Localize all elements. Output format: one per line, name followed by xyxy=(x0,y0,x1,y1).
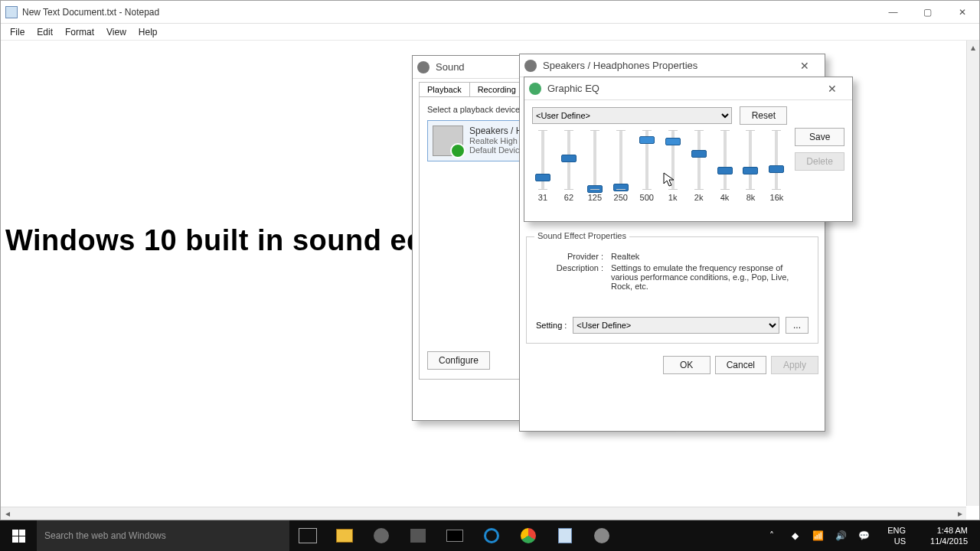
menu-view[interactable]: View xyxy=(100,25,132,39)
scroll-up-icon[interactable]: ▴ xyxy=(967,41,979,54)
apply-button[interactable]: Apply xyxy=(771,356,818,374)
eq-slider-62[interactable]: 62 xyxy=(558,130,580,202)
taskbar-clock[interactable]: 1:48 AM11/4/2015 xyxy=(923,525,975,546)
setting-more-button[interactable]: ... xyxy=(786,317,808,334)
eq-sliders: 31621252505001k2k4k8k16k xyxy=(532,129,787,202)
configure-button[interactable]: Configure xyxy=(427,351,490,370)
eq-thumb-125[interactable] xyxy=(587,185,603,193)
taskbar-app-sound[interactable] xyxy=(583,520,620,551)
sound-dialog-icon xyxy=(417,61,430,73)
sound-config-icon xyxy=(594,528,609,543)
menu-edit[interactable]: Edit xyxy=(31,25,59,39)
eq-band-label: 16k xyxy=(770,193,784,202)
taskbar-app-notepad[interactable] xyxy=(547,520,583,551)
speakers-close-button[interactable]: ✕ xyxy=(789,54,820,77)
file-explorer-icon xyxy=(336,529,353,543)
eq-thumb-62[interactable] xyxy=(561,155,577,162)
minimize-button[interactable]: — xyxy=(876,1,910,24)
notepad-titlebar: New Text Document.txt - Notepad — ▢ ✕ xyxy=(1,1,979,24)
tab-recording[interactable]: Recording xyxy=(469,82,524,96)
cancel-button[interactable]: Cancel xyxy=(715,356,766,374)
eq-band-label: 1k xyxy=(668,193,678,202)
close-button[interactable]: ✕ xyxy=(945,1,979,24)
speakers-dialog-title: Speakers / Headphones Properties xyxy=(543,60,789,71)
notepad-icon xyxy=(5,6,18,18)
eq-thumb-31[interactable] xyxy=(535,174,550,181)
network-icon[interactable]: 📶 xyxy=(811,529,825,543)
eq-slider-250[interactable]: 250 xyxy=(610,130,632,202)
taskbar-search[interactable]: Search the web and Windows xyxy=(37,520,289,551)
eq-band-label: 500 xyxy=(640,193,654,202)
eq-thumb-1k[interactable] xyxy=(665,138,681,145)
eq-slider-125[interactable]: 125 xyxy=(584,130,606,202)
store-icon xyxy=(410,529,426,543)
provider-label: Provider : xyxy=(536,252,603,261)
taskbar-app-store[interactable] xyxy=(400,520,436,551)
eq-band-label: 4k xyxy=(720,193,730,202)
maximize-button[interactable]: ▢ xyxy=(910,1,945,24)
tab-playback[interactable]: Playback xyxy=(419,82,470,96)
speaker-device-icon xyxy=(433,126,463,156)
eq-slider-500[interactable]: 500 xyxy=(636,130,658,202)
speakers-dialog-icon xyxy=(524,60,537,72)
taskbar-lang[interactable]: ENGUS xyxy=(880,525,913,546)
eq-thumb-8k[interactable] xyxy=(743,167,758,174)
eq-slider-31[interactable]: 31 xyxy=(532,130,554,202)
sound-effect-properties-group: Sound Effect Properties Provider : Realt… xyxy=(526,236,818,344)
eq-preset-select[interactable]: <User Define> xyxy=(532,107,732,124)
taskbar: Search the web and Windows ˄ ◆ 📶 🔊 💬 ENG… xyxy=(0,520,980,551)
eq-close-button[interactable]: ✕ xyxy=(817,77,848,100)
eq-thumb-4k[interactable] xyxy=(717,167,733,174)
provider-value: Realtek xyxy=(611,252,808,261)
eq-band-label: 2k xyxy=(694,193,704,202)
description-label: Description : xyxy=(536,263,603,291)
volume-icon[interactable]: 🔊 xyxy=(834,529,848,543)
notepad-icon xyxy=(558,528,572,543)
chrome-icon xyxy=(521,528,536,543)
scroll-right-icon[interactable]: ▸ xyxy=(953,508,966,519)
description-value: Settings to emulate the frequency respon… xyxy=(611,263,808,291)
terminal-icon xyxy=(446,530,463,542)
eq-dialog-title: Graphic EQ xyxy=(547,83,817,94)
search-placeholder-text: Search the web and Windows xyxy=(44,530,166,541)
eq-slider-1k[interactable]: 1k xyxy=(662,130,684,202)
taskbar-app-explorer[interactable] xyxy=(326,520,363,551)
start-button[interactable] xyxy=(0,520,37,551)
ok-button[interactable]: OK xyxy=(663,356,710,374)
eq-slider-8k[interactable]: 8k xyxy=(740,130,762,202)
notepad-content: Windows 10 built in sound equ xyxy=(5,224,443,257)
eq-thumb-250[interactable] xyxy=(613,184,629,191)
taskbar-app-edge[interactable] xyxy=(473,520,510,551)
task-view-button[interactable] xyxy=(289,520,326,551)
notifications-icon[interactable]: 💬 xyxy=(857,529,871,543)
tray-up-icon[interactable]: ˄ xyxy=(765,529,779,543)
reset-button[interactable]: Reset xyxy=(740,106,787,125)
setting-select[interactable]: <User Define> xyxy=(573,317,779,334)
windows-logo-icon xyxy=(12,530,25,543)
eq-slider-4k[interactable]: 4k xyxy=(714,130,736,202)
eq-thumb-16k[interactable] xyxy=(769,165,784,173)
delete-button[interactable]: Delete xyxy=(795,152,844,171)
tray-app-icon[interactable]: ◆ xyxy=(788,529,802,543)
notepad-menubar: File Edit Format View Help xyxy=(1,24,979,41)
eq-slider-16k[interactable]: 16k xyxy=(766,130,787,202)
horizontal-scrollbar[interactable]: ◂ ▸ xyxy=(1,507,966,520)
taskbar-app-chrome[interactable] xyxy=(510,520,547,551)
app-icon xyxy=(374,528,389,543)
task-view-icon xyxy=(299,528,317,543)
save-button[interactable]: Save xyxy=(795,128,844,146)
eq-thumb-2k[interactable] xyxy=(691,150,707,158)
eq-dialog-icon xyxy=(529,83,541,95)
menu-format[interactable]: Format xyxy=(59,25,100,39)
menu-file[interactable]: File xyxy=(4,25,31,39)
scroll-left-icon[interactable]: ◂ xyxy=(1,508,14,519)
taskbar-app-cmd[interactable] xyxy=(436,520,473,551)
eq-slider-2k[interactable]: 2k xyxy=(688,130,710,202)
taskbar-app-2[interactable] xyxy=(363,520,400,551)
eq-band-label: 31 xyxy=(538,193,547,202)
setting-label: Setting : xyxy=(536,321,567,330)
eq-thumb-500[interactable] xyxy=(639,136,655,144)
eq-band-label: 125 xyxy=(588,193,602,202)
vertical-scrollbar[interactable]: ▴ xyxy=(966,41,979,506)
menu-help[interactable]: Help xyxy=(132,25,164,39)
